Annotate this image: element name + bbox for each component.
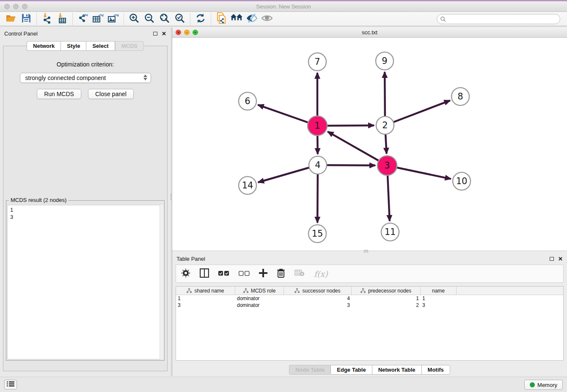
control-panel-tabs: Network Style Select MCDS: [0, 41, 171, 51]
hide-graphics-details-button[interactable]: [244, 13, 259, 25]
delete-table-icon: [295, 270, 305, 278]
network-window-titlebar: ✕ − + scc.txt: [172, 28, 567, 38]
mcds-panel: Optimization criterion: strongly connect…: [3, 46, 168, 371]
show-columns-button[interactable]: [200, 268, 209, 279]
delete-table-button[interactable]: [295, 270, 305, 278]
zoom-in-button[interactable]: [127, 13, 142, 25]
close-panel-button[interactable]: Close panel: [88, 89, 134, 99]
floppy-icon: [21, 13, 31, 25]
tab-edge-table[interactable]: Edge Table: [330, 365, 372, 375]
criterion-select[interactable]: strongly connected component: [20, 73, 151, 83]
toolbar-separator: [72, 13, 73, 25]
select-all-button[interactable]: [218, 270, 229, 278]
table-panel: Table Panel ✕ f(x) shared name MCDS role…: [172, 253, 567, 376]
table-panel-title: Table Panel: [176, 256, 205, 262]
toolbar-separator: [36, 13, 37, 25]
export-table-icon: [92, 13, 104, 25]
table-panel-header: Table Panel ✕: [172, 253, 567, 265]
column-header-predecessor-nodes[interactable]: predecessor nodes: [352, 287, 421, 295]
gear-icon: [181, 268, 190, 279]
table-row[interactable]: 3 dominator 3 2 3: [176, 302, 563, 309]
memory-label: Memory: [537, 382, 557, 388]
import-network-button[interactable]: [39, 13, 55, 25]
column-header-mcds-role[interactable]: MCDS role: [235, 287, 284, 295]
control-panel-title: Control Panel: [4, 30, 38, 37]
tab-network-table[interactable]: Network Table: [372, 365, 421, 375]
tab-style[interactable]: Style: [61, 41, 86, 51]
column-header-name[interactable]: name: [421, 287, 457, 295]
graph-node-label: 10: [456, 176, 468, 186]
zoom-selected-button[interactable]: [172, 13, 187, 25]
graph-node-label: 7: [314, 57, 320, 67]
tab-mcds[interactable]: MCDS: [115, 41, 144, 51]
close-panel-icon[interactable]: ✕: [558, 256, 563, 262]
open-session-button[interactable]: [3, 13, 19, 25]
duplicate-network-button[interactable]: [214, 13, 229, 25]
deselect-all-button[interactable]: [239, 270, 250, 278]
status-bar: Memory: [0, 377, 567, 392]
table-settings-button[interactable]: [181, 268, 190, 279]
import-table-button[interactable]: [55, 13, 70, 25]
eye-slash-icon: [246, 14, 258, 25]
checked-boxes-icon: [218, 270, 229, 278]
graph-edge-3-1[interactable]: [328, 132, 387, 166]
refresh-icon: [195, 13, 206, 25]
list-icon: [7, 381, 14, 389]
close-panel-icon[interactable]: ✕: [162, 31, 166, 36]
trash-icon: [277, 268, 285, 279]
zoom-out-button[interactable]: [142, 13, 157, 25]
window-titlebar: Session: New Session: [0, 1, 567, 12]
tab-motifs[interactable]: Motifs: [421, 365, 450, 375]
export-network-button[interactable]: [75, 13, 91, 25]
mcds-result-text[interactable]: 1 3: [7, 205, 163, 359]
table-header-row: shared name MCDS role successor nodes pr…: [176, 287, 563, 295]
memory-status-icon: [530, 382, 535, 387]
export-table-button[interactable]: [91, 13, 106, 25]
network-view-window: ✕ − + scc.txt 1234678910111415: [172, 28, 567, 251]
table-row[interactable]: 1 dominator 4 1 1: [176, 295, 563, 302]
search-icon: [440, 16, 446, 24]
result-line: 3: [10, 213, 160, 221]
show-graphics-details-button[interactable]: [259, 13, 275, 25]
function-builder-button[interactable]: f(x): [314, 269, 328, 279]
tab-select[interactable]: Select: [86, 41, 115, 51]
delete-column-button[interactable]: [277, 268, 285, 279]
eye-icon: [261, 14, 273, 25]
network-canvas[interactable]: 1234678910111415: [172, 38, 567, 251]
graph-node-label: 1: [314, 121, 320, 131]
table-toolbar: f(x): [176, 265, 564, 283]
control-panel: Control Panel ✕ Network Style Select MCD…: [0, 28, 171, 376]
export-image-icon: [107, 13, 119, 25]
add-column-button[interactable]: [259, 269, 267, 279]
homes-icon: [230, 13, 243, 25]
search-input[interactable]: [437, 14, 560, 24]
toolbar-separator: [190, 13, 190, 25]
graph-edge-2-8[interactable]: [385, 100, 450, 125]
task-history-button[interactable]: [4, 380, 17, 389]
column-header-shared-name[interactable]: shared name: [176, 287, 235, 295]
graph-node-label: 4: [315, 160, 320, 170]
memory-button[interactable]: Memory: [524, 380, 563, 390]
tab-node-table[interactable]: Node Table: [289, 365, 330, 375]
export-network-icon: [77, 13, 88, 25]
column-header-successor-nodes[interactable]: successor nodes: [284, 287, 352, 295]
graph-node-label: 8: [457, 91, 463, 102]
graph-node-label: 15: [312, 229, 323, 239]
graph-node-label: 14: [242, 180, 253, 190]
result-scrollbar[interactable]: [160, 205, 163, 359]
zoom-fit-button[interactable]: [157, 13, 172, 25]
tab-network[interactable]: Network: [27, 41, 61, 51]
float-panel-icon[interactable]: [550, 257, 554, 261]
run-mcds-button[interactable]: Run MCDS: [37, 89, 81, 99]
mcds-result-title: MCDS result (2 nodes): [9, 197, 68, 203]
save-session-button[interactable]: [19, 13, 34, 25]
window-title: Session: New Session: [0, 3, 567, 10]
toolbar-separator: [211, 13, 211, 25]
home-button[interactable]: [229, 13, 244, 25]
zoom-fit-icon: [159, 13, 170, 25]
refresh-view-button[interactable]: [193, 13, 208, 25]
float-panel-icon[interactable]: [153, 32, 157, 36]
node-table[interactable]: shared name MCDS role successor nodes pr…: [176, 286, 564, 361]
duplicate-network-icon: [216, 12, 227, 26]
export-image-button[interactable]: [106, 13, 121, 25]
